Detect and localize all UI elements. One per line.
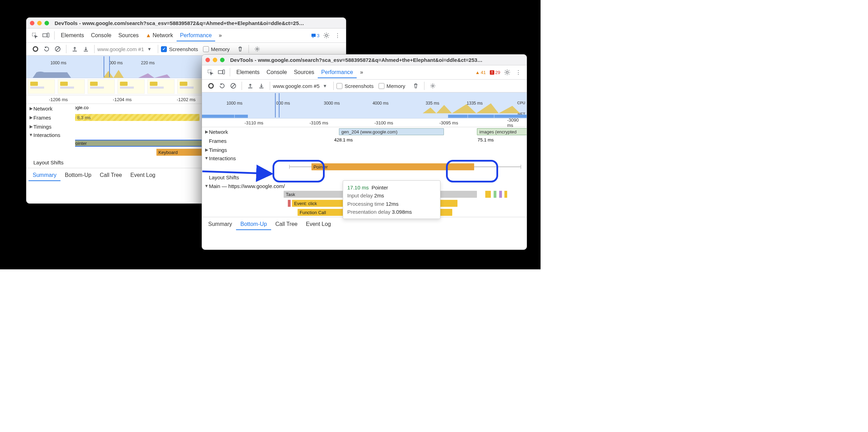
tab-elements[interactable]: Elements <box>233 67 263 78</box>
perf-gear-icon[interactable] <box>254 46 261 52</box>
device-toggle-icon[interactable] <box>42 32 49 39</box>
reload-button[interactable] <box>43 46 50 52</box>
download-icon[interactable] <box>82 46 89 52</box>
clear-button[interactable] <box>230 82 237 89</box>
annotation-ring-left <box>273 160 325 182</box>
annotation-ring-right <box>446 160 498 182</box>
tab-sources[interactable]: Sources <box>290 67 318 78</box>
upload-icon[interactable] <box>71 46 78 52</box>
window-title: DevTools - www.google.com/search?sca_esv… <box>230 57 482 63</box>
gear-icon[interactable] <box>323 32 330 39</box>
trash-icon[interactable] <box>412 82 419 89</box>
svg-point-12 <box>506 71 508 73</box>
panel-tabs: Elements Console Sources ▲Network Perfor… <box>26 28 346 43</box>
perf-gear-icon[interactable] <box>429 82 436 89</box>
errors-badge[interactable]: ! 29 <box>488 70 502 75</box>
thumbnail[interactable] <box>117 79 145 94</box>
thumbnail[interactable] <box>28 79 55 94</box>
warnings-badge[interactable]: ▲ 41 <box>474 70 487 75</box>
svg-point-14 <box>432 85 433 87</box>
more-icon[interactable]: ⋮ <box>515 69 522 76</box>
screenshots-checkbox[interactable] <box>336 83 342 89</box>
screenshots-checkbox[interactable] <box>161 46 167 52</box>
svg-rect-8 <box>218 71 222 74</box>
device-toggle-icon[interactable] <box>218 69 225 76</box>
track-timings[interactable]: ▶Timings <box>202 145 527 154</box>
tab-sources[interactable]: Sources <box>115 30 142 41</box>
svg-point-4 <box>325 34 327 36</box>
tab-call-tree[interactable]: Call Tree <box>96 170 126 180</box>
window-title: DevTools - www.google.com/search?sca_esv… <box>55 20 304 26</box>
tab-bottom-up[interactable]: Bottom-Up <box>60 170 95 180</box>
svg-rect-3 <box>311 34 316 37</box>
memory-label: Memory <box>211 46 230 52</box>
memory-checkbox[interactable] <box>203 46 209 52</box>
tab-bottom-up[interactable]: Bottom-Up <box>236 219 271 230</box>
network-entry[interactable]: images (encrypted <box>477 128 527 135</box>
thumbnail[interactable] <box>147 79 175 94</box>
svg-point-6 <box>256 48 258 50</box>
thumbnail[interactable] <box>88 79 115 94</box>
clear-button[interactable] <box>54 46 61 52</box>
screenshots-label: Screenshots <box>344 83 373 89</box>
svg-rect-1 <box>43 34 47 37</box>
tab-summary[interactable]: Summary <box>204 219 236 229</box>
tab-call-tree[interactable]: Call Tree <box>271 219 302 229</box>
overview-selection[interactable] <box>275 93 279 117</box>
more-tabs-icon[interactable]: » <box>215 30 225 41</box>
perf-toolbar: www.google.com #5 ▾ Screenshots Memory <box>202 80 527 92</box>
title-bar[interactable]: DevTools - www.google.com/search?sca_esv… <box>202 55 527 65</box>
chevron-down-icon[interactable]: ▾ <box>322 82 328 89</box>
track-frames[interactable]: Frames 428.1 ms 75.1 ms <box>202 136 527 145</box>
thumbnail[interactable] <box>58 79 85 94</box>
track-network[interactable]: ▶Network gen_204 (www.google.com) images… <box>202 127 527 136</box>
download-icon[interactable] <box>258 82 265 89</box>
tab-console[interactable]: Console <box>88 30 115 41</box>
memory-label: Memory <box>387 83 405 89</box>
trash-icon[interactable] <box>237 46 244 52</box>
minimize-icon[interactable] <box>37 21 42 25</box>
svg-text:!: ! <box>491 71 492 74</box>
tab-console[interactable]: Console <box>263 67 291 78</box>
inspect-icon[interactable] <box>31 32 38 39</box>
recording-name[interactable]: www.google.com #5 <box>273 83 319 89</box>
svg-rect-2 <box>47 33 49 37</box>
maximize-icon[interactable] <box>44 21 49 25</box>
tab-performance[interactable]: Performance <box>177 30 216 41</box>
inspect-icon[interactable] <box>207 69 214 76</box>
screenshots-label: Screenshots <box>169 46 198 52</box>
recording-name[interactable]: www.google.com #1 <box>97 46 144 52</box>
upload-icon[interactable] <box>247 82 254 89</box>
tab-summary[interactable]: Summary <box>29 170 60 181</box>
tab-event-log[interactable]: Event Log <box>302 219 335 229</box>
messages-badge[interactable]: 3 <box>310 33 321 39</box>
close-icon[interactable] <box>30 21 34 25</box>
gear-icon[interactable] <box>504 69 511 76</box>
maximize-icon[interactable] <box>220 58 225 62</box>
more-icon[interactable]: ⋮ <box>334 32 341 39</box>
tab-elements[interactable]: Elements <box>57 30 88 41</box>
perf-toolbar: www.google.com #1 ▾ Screenshots Memory <box>26 43 346 56</box>
record-button[interactable] <box>208 82 214 89</box>
timeline-ruler[interactable]: -3110 ms -3105 ms -3100 ms -3095 ms -309… <box>202 119 527 127</box>
devtools-window-b: DevTools - www.google.com/search?sca_esv… <box>202 54 527 250</box>
panel-tabs: Elements Console Sources Performance » ▲… <box>202 65 527 80</box>
record-button[interactable] <box>32 46 39 52</box>
interaction-tooltip: 17.10 msPointer Input delay2ms Processin… <box>343 180 440 219</box>
overview-selection[interactable] <box>104 56 110 77</box>
overview[interactable]: 1000 ms 000 ms 3000 ms 4000 ms 335 ms 13… <box>202 92 527 119</box>
minimize-icon[interactable] <box>213 58 217 62</box>
thumbnail[interactable] <box>177 79 204 94</box>
tab-event-log[interactable]: Event Log <box>126 170 160 180</box>
chevron-down-icon[interactable]: ▾ <box>146 46 153 52</box>
tab-performance[interactable]: Performance <box>318 67 357 78</box>
network-entry[interactable]: gen_204 (www.google.com) <box>339 128 444 135</box>
close-icon[interactable] <box>205 58 210 62</box>
memory-checkbox[interactable] <box>379 83 384 89</box>
more-tabs-icon[interactable]: » <box>357 67 367 78</box>
bottom-tabs: Summary Bottom-Up Call Tree Event Log <box>202 217 527 231</box>
tab-network[interactable]: ▲Network <box>142 30 177 41</box>
title-bar[interactable]: DevTools - www.google.com/search?sca_esv… <box>26 18 346 28</box>
svg-rect-9 <box>223 70 225 74</box>
reload-button[interactable] <box>219 82 226 89</box>
